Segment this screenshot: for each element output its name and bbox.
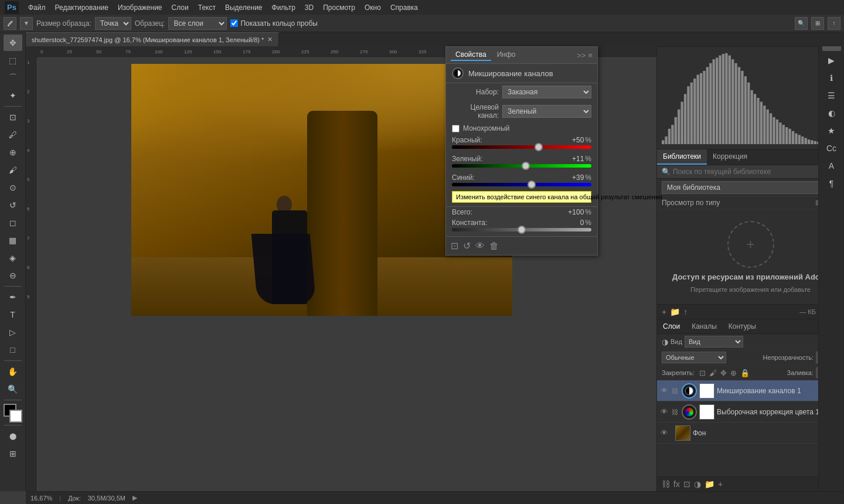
menu-filter[interactable]: Фильтр: [268, 2, 299, 13]
history-brush-tool[interactable]: ↺: [4, 197, 22, 213]
monochrome-checkbox[interactable]: [452, 125, 460, 132]
info-panel-btn[interactable]: ℹ: [822, 70, 841, 86]
green-slider-track[interactable]: [452, 164, 591, 168]
zoom-tool[interactable]: 🔍: [4, 381, 22, 397]
selection-tool[interactable]: ⬚: [4, 52, 22, 69]
eyedropper-tool-btn[interactable]: [4, 17, 16, 30]
channels-tab[interactable]: Каналы: [686, 319, 723, 333]
library-folder-btn[interactable]: 📁: [670, 307, 680, 316]
expand-panel-btn[interactable]: >>: [577, 51, 586, 60]
prop-trash-btn[interactable]: 🗑: [489, 241, 499, 251]
show-ring-label[interactable]: Показать кольцо пробы: [230, 19, 317, 28]
lock-move-btn[interactable]: ✥: [720, 369, 727, 377]
styles-panel-btn[interactable]: ★: [822, 122, 841, 139]
color-swatch[interactable]: [4, 404, 22, 423]
status-arrow-btn[interactable]: ▶: [132, 494, 137, 502]
new-layer-btn[interactable]: +: [718, 479, 723, 489]
panel-menu-btn[interactable]: ≡: [588, 51, 593, 60]
pen-tool[interactable]: ✒: [4, 289, 22, 305]
menu-help[interactable]: Справка: [387, 2, 421, 13]
size-select[interactable]: Точка: [95, 17, 131, 30]
library-add-btn[interactable]: +: [662, 307, 666, 316]
layer-background[interactable]: 👁 Фон 🔒: [657, 423, 844, 444]
menu-image[interactable]: Изображение: [114, 2, 166, 13]
new-adj-layer-btn[interactable]: ◑: [694, 479, 701, 489]
properties-tab[interactable]: Свойства: [451, 49, 491, 61]
search-btn[interactable]: 🔍: [795, 17, 808, 30]
lock-artboard-btn[interactable]: ⊕: [730, 369, 737, 377]
quick-mask-tool[interactable]: ⬤: [4, 428, 22, 444]
show-ring-checkbox[interactable]: [230, 19, 238, 27]
tab-close-btn[interactable]: ✕: [267, 36, 273, 43]
eyedropper-tool[interactable]: 🖋: [4, 127, 22, 143]
add-style-btn[interactable]: fx: [673, 479, 680, 489]
menu-window[interactable]: Окно: [361, 2, 384, 13]
info-tab[interactable]: Инфо: [492, 49, 520, 61]
layer-channel-mixer[interactable]: 👁 ⛓ Микширование каналов 1: [657, 380, 844, 401]
libraries-panel-icon[interactable]: Cc: [822, 140, 841, 156]
blur-tool[interactable]: ◈: [4, 250, 22, 266]
view-type-select[interactable]: Вид: [685, 336, 743, 348]
menu-edit[interactable]: Редактирование: [52, 2, 112, 13]
link-layers-btn[interactable]: ⛓: [662, 479, 670, 489]
adjustments-panel-btn[interactable]: ◐: [822, 105, 841, 121]
add-mask-btn[interactable]: ⊡: [683, 479, 690, 489]
red-slider-track[interactable]: [452, 145, 591, 149]
document-tab[interactable]: shutterstock_772597474.jpg @ 16,7% (Микш…: [26, 32, 279, 46]
move-tool[interactable]: ✥: [4, 35, 22, 51]
preset-select[interactable]: Заказная: [502, 86, 591, 98]
layers-panel-btn[interactable]: ☰: [822, 87, 841, 104]
screen-mode-tool[interactable]: ⊞: [4, 445, 22, 462]
hand-tool[interactable]: ✋: [4, 363, 22, 380]
menu-select[interactable]: Выделение: [222, 2, 266, 13]
share-btn[interactable]: ↑: [828, 17, 840, 30]
layer-selective-color[interactable]: 👁 ⛓ Выборочная коррекция цвета 1: [657, 401, 844, 423]
blend-mode-select[interactable]: Обычные: [662, 352, 726, 363]
green-slider-handle[interactable]: [522, 162, 530, 170]
prop-reset-btn[interactable]: ↺: [463, 240, 471, 251]
layer-eye-selective-color[interactable]: 👁: [661, 407, 668, 416]
type-tool[interactable]: T: [4, 307, 22, 323]
type-panel-btn[interactable]: A: [822, 158, 841, 174]
layer-eye-background[interactable]: 👁: [661, 428, 668, 437]
prop-clip-btn[interactable]: ⊡: [451, 240, 458, 251]
arrange-btn[interactable]: ⊞: [811, 17, 824, 30]
shape-tool[interactable]: □: [4, 342, 22, 358]
new-group-btn[interactable]: 📁: [705, 479, 714, 489]
const-slider-handle[interactable]: [518, 226, 526, 234]
blue-slider-track[interactable]: [452, 183, 591, 186]
library-search-input[interactable]: [673, 168, 839, 176]
sample-select[interactable]: Все слои: [168, 17, 227, 30]
correction-tab[interactable]: Коррекция: [707, 149, 753, 165]
lasso-tool[interactable]: ⌒: [4, 70, 22, 86]
blue-slider-handle[interactable]: [528, 181, 536, 189]
menu-file[interactable]: Файл: [25, 2, 49, 13]
menu-view[interactable]: Просмотр: [319, 2, 359, 13]
heal-tool[interactable]: ⊕: [4, 144, 22, 161]
layers-tab[interactable]: Слои: [657, 319, 686, 333]
menu-layers[interactable]: Слои: [168, 2, 192, 13]
layer-eye-channel-mixer[interactable]: 👁: [661, 386, 668, 395]
lock-transparent-btn[interactable]: ⊡: [699, 369, 706, 377]
background-color[interactable]: [9, 410, 22, 423]
libraries-tab[interactable]: Библиотеки: [657, 149, 707, 165]
menu-text[interactable]: Текст: [195, 2, 219, 13]
menu-3d[interactable]: 3D: [301, 2, 317, 13]
tool-options-btn[interactable]: ▼: [20, 17, 33, 30]
crop-tool[interactable]: ⊡: [4, 109, 22, 125]
library-sync-btn[interactable]: ↑: [683, 307, 688, 316]
quick-select-tool[interactable]: ✦: [4, 87, 22, 104]
dodge-tool[interactable]: ⊖: [4, 267, 22, 284]
prop-visibility-btn[interactable]: 👁: [475, 241, 485, 251]
paragraph-panel-btn[interactable]: ¶: [822, 175, 841, 192]
clone-tool[interactable]: ⊙: [4, 179, 22, 196]
eraser-tool[interactable]: ◻: [4, 214, 22, 231]
lock-paint-btn[interactable]: 🖌: [709, 369, 717, 377]
path-select-tool[interactable]: ▷: [4, 324, 22, 340]
library-select[interactable]: Моя библиотека: [662, 181, 830, 194]
gradient-tool[interactable]: ▦: [4, 232, 22, 248]
red-slider-handle[interactable]: [535, 143, 543, 151]
paths-tab[interactable]: Контуры: [723, 319, 762, 333]
target-channel-select[interactable]: Зеленый: [502, 105, 591, 118]
lock-all-btn[interactable]: 🔒: [740, 369, 750, 377]
